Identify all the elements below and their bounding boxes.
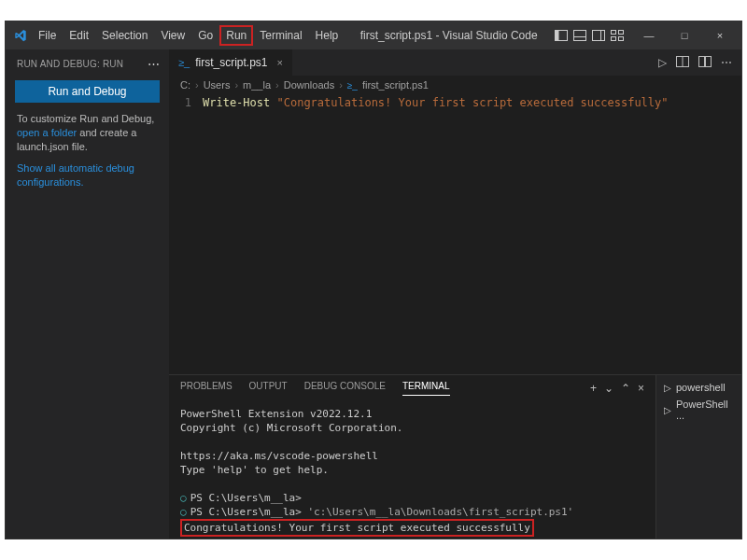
vscode-window: File Edit Selection View Go Run Terminal…	[5, 21, 742, 539]
svg-rect-4	[593, 31, 605, 41]
close-panel-icon[interactable]: ×	[638, 382, 644, 395]
minimize-button[interactable]: —	[633, 24, 665, 47]
vscode-logo-icon	[9, 29, 32, 42]
menu-bar: File Edit Selection View Go Run Terminal…	[32, 25, 345, 46]
svg-rect-12	[699, 57, 705, 67]
svg-rect-3	[574, 37, 586, 41]
svg-rect-13	[706, 57, 712, 67]
svg-rect-9	[619, 37, 624, 41]
layout-controls	[553, 27, 633, 44]
code-string: "Congratulations! Your first script exec…	[276, 96, 668, 109]
menu-go[interactable]: Go	[191, 25, 219, 46]
breadcrumb[interactable]: C:› Users› m__la› Downloads› ≥_ first_sc…	[169, 76, 741, 94]
highlighted-output: Congratulations! Your first script execu…	[180, 519, 534, 537]
run-debug-sidebar: RUN AND DEBUG: RUN ⋯ Run and Debug To cu…	[6, 49, 169, 539]
maximize-button[interactable]: □	[669, 24, 700, 47]
terminal[interactable]: PowerShell Extension v2022.12.1 Copyrigh…	[169, 401, 655, 539]
svg-rect-6	[612, 31, 616, 35]
menu-selection[interactable]: Selection	[95, 25, 154, 46]
sidebar-more-icon[interactable]: ⋯	[148, 57, 160, 71]
terminal-icon: ▷	[664, 405, 671, 415]
svg-rect-8	[612, 37, 616, 41]
powershell-file-icon: ≥_	[347, 80, 358, 91]
panel-tab-output[interactable]: OUTPUT	[249, 381, 288, 396]
run-and-debug-button[interactable]: Run and Debug	[15, 80, 160, 103]
editor-more-icon[interactable]: ⋯	[721, 56, 732, 69]
panel-tab-problems[interactable]: PROBLEMS	[180, 381, 233, 396]
open-folder-link[interactable]: open a folder	[17, 127, 77, 138]
svg-rect-7	[619, 31, 624, 35]
sidebar-title: RUN AND DEBUG: RUN	[17, 59, 123, 69]
menu-edit[interactable]: Edit	[63, 25, 95, 46]
tab-filename: first_script.ps1	[195, 56, 267, 69]
layout-bottom-icon[interactable]	[571, 27, 588, 44]
menu-view[interactable]: View	[154, 25, 191, 46]
run-file-icon[interactable]: ▷	[658, 56, 667, 69]
svg-rect-1	[556, 31, 559, 41]
panel-tab-terminal[interactable]: TERMINAL	[402, 381, 450, 396]
layout-grid-icon[interactable]	[609, 27, 626, 44]
code-cmdlet: Write-Host	[203, 96, 270, 109]
panel-tab-debug[interactable]: DEBUG CONSOLE	[304, 381, 386, 396]
layout-left-icon[interactable]	[553, 27, 570, 44]
new-terminal-icon[interactable]: +	[590, 382, 597, 395]
terminal-list: ▷powershell ▷PowerShell ...	[655, 375, 741, 539]
title-bar: File Edit Selection View Go Run Terminal…	[6, 21, 741, 49]
terminal-item-extension[interactable]: ▷PowerShell ...	[658, 396, 740, 424]
terminal-dropdown-icon[interactable]: ⌄	[604, 382, 613, 395]
editor-tabs: ≥_ first_script.ps1 × ▷ ⋯	[169, 49, 741, 76]
menu-file[interactable]: File	[32, 25, 63, 46]
layout-right-icon[interactable]	[590, 27, 607, 44]
window-title: first_script.ps1 - Visual Studio Code	[345, 29, 553, 42]
code-editor[interactable]: 1 Write-Host "Congratulations! Your firs…	[169, 94, 741, 374]
maximize-panel-icon[interactable]: ⌃	[621, 382, 630, 395]
svg-rect-2	[574, 31, 586, 41]
terminal-icon: ▷	[664, 383, 671, 393]
menu-terminal[interactable]: Terminal	[253, 25, 308, 46]
powershell-file-icon: ≥_	[178, 57, 190, 68]
tab-first-script[interactable]: ≥_ first_script.ps1 ×	[169, 49, 292, 76]
close-window-button[interactable]: ×	[704, 24, 736, 47]
bottom-panel: PROBLEMS OUTPUT DEBUG CONSOLE TERMINAL +…	[169, 374, 741, 539]
line-number: 1	[169, 96, 191, 109]
split-editor-icon[interactable]	[676, 56, 689, 69]
menu-run[interactable]: Run	[219, 25, 253, 46]
window-controls: — □ ×	[633, 24, 741, 47]
terminal-item-powershell[interactable]: ▷powershell	[658, 379, 740, 396]
tab-close-icon[interactable]: ×	[277, 57, 283, 68]
menu-help[interactable]: Help	[309, 25, 345, 46]
diff-icon[interactable]	[698, 56, 712, 69]
customize-text: To customize Run and Debug, open a folde…	[6, 112, 169, 154]
svg-rect-5	[601, 31, 605, 41]
show-configs-link[interactable]: Show all automatic debug configurations.	[17, 162, 134, 188]
